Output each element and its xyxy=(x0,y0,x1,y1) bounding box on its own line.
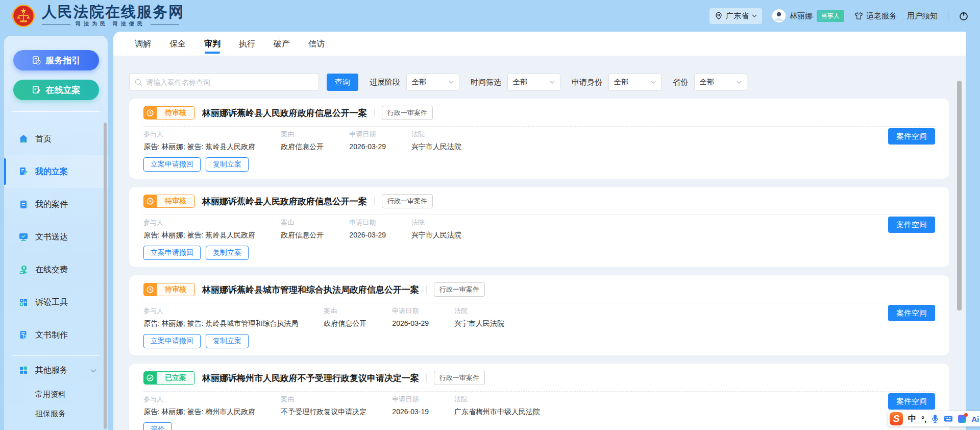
case-type-tag: 行政一审案件 xyxy=(382,194,433,208)
case-type-tag: 行政一审案件 xyxy=(434,282,485,297)
withdraw-filing-button[interactable]: 立案申请撤回 xyxy=(143,157,201,172)
case-space-button[interactable]: 案件空间 xyxy=(888,393,935,410)
filter-identity: 申请身份 全部 xyxy=(572,74,662,91)
sidebar-subitem-guarantee-service[interactable]: 担保服务 xyxy=(4,404,108,423)
progress-stage-select[interactable]: 全部 xyxy=(406,74,459,91)
copy-filing-button[interactable]: 复制立案 xyxy=(206,334,249,348)
case-card: 已立案 林丽娜诉梅州市人民政府不予受理行政复议申请决定一案 行政一审案件 参与人… xyxy=(129,364,949,430)
chevron-down-icon xyxy=(737,81,742,84)
search-input[interactable] xyxy=(146,78,313,86)
participants-label: 参与人 xyxy=(143,218,255,227)
copy-filing-button[interactable]: 复制立案 xyxy=(206,246,249,260)
sidebar-item-online-payment[interactable]: 在线交费 xyxy=(4,253,108,286)
filter-province: 省份 全部 xyxy=(673,74,747,91)
logout-power-icon[interactable] xyxy=(959,11,969,21)
tab-preservation[interactable]: 保全 xyxy=(160,32,195,56)
filed-check-icon xyxy=(143,371,157,385)
case-space-button[interactable]: 案件空间 xyxy=(888,128,935,145)
participants-value: 原告: 林丽娜; 被告: 蕉岭县人民政府 xyxy=(143,142,255,152)
case-title: 林丽娜诉蕉岭县城市管理和综合执法局政府信息公开一案 xyxy=(202,284,419,296)
keyboard-icon[interactable] xyxy=(944,414,953,423)
microphone-icon[interactable] xyxy=(932,414,939,423)
ime-punctuation-toggle[interactable]: °, xyxy=(921,415,926,423)
tab-mediation[interactable]: 调解 xyxy=(126,32,160,56)
apply-date-label: 申请日期 xyxy=(349,130,386,139)
sidebar-scrollbar[interactable] xyxy=(104,123,107,429)
divider xyxy=(426,374,427,382)
case-card: 待审核 林丽娜诉蕉岭县人民政府政府信息公开一案 行政一审案件 参与人原告: 林丽… xyxy=(129,187,949,267)
calculator-icon xyxy=(18,297,29,307)
user-info[interactable]: 林丽娜 当事人 xyxy=(772,9,844,22)
participants-label: 参与人 xyxy=(143,395,255,404)
location-selector[interactable]: 广东省 xyxy=(709,8,762,24)
case-type-tag: 行政一审案件 xyxy=(434,371,485,385)
identity-select[interactable]: 全部 xyxy=(608,74,662,91)
card-divider xyxy=(143,303,935,303)
ai-assistant-icon[interactable]: Ai xyxy=(971,415,979,423)
chevron-down-icon xyxy=(90,366,96,375)
main-scrollbar[interactable] xyxy=(957,81,962,310)
service-guide-button[interactable]: 服务指引 xyxy=(13,50,99,70)
sidebar-item-litigation-tools[interactable]: 诉讼工具 xyxy=(4,286,108,319)
card-divider xyxy=(143,214,935,215)
shirt-icon xyxy=(854,12,863,20)
elder-service-link[interactable]: 适老服务 xyxy=(854,11,897,21)
province-select[interactable]: 全部 xyxy=(694,74,747,91)
copy-filing-button[interactable]: 复制立案 xyxy=(206,157,249,172)
chevron-down-icon xyxy=(651,81,656,84)
court-value: 兴宁市人民法院 xyxy=(411,231,461,240)
skin-palette-icon[interactable] xyxy=(958,415,966,423)
status-badge: 已立案 xyxy=(143,371,195,385)
case-title: 林丽娜诉蕉岭县人民政府政府信息公开一案 xyxy=(202,196,367,207)
court-label: 法院 xyxy=(454,395,540,404)
subtitle-line xyxy=(151,24,179,25)
site-title: 人民法院在线服务网 xyxy=(42,4,184,19)
chevron-down-icon xyxy=(550,81,555,84)
sidebar-item-other-services[interactable]: 其他服务 xyxy=(4,356,108,385)
filter-row: 查询 进展阶段 全部 时间筛选 全部 申请身份 全部 省份 全部 xyxy=(129,74,950,91)
court-emblem-logo xyxy=(11,4,36,28)
case-list: 待审核 林丽娜诉蕉岭县人民政府政府信息公开一案 行政一审案件 参与人原告: 林丽… xyxy=(113,91,966,430)
status-badge: 待审核 xyxy=(143,195,195,208)
ime-toolbar: S 中 °, Ai xyxy=(888,411,980,426)
apply-date-label: 申请日期 xyxy=(349,218,386,227)
user-name: 林丽娜 xyxy=(790,11,813,21)
pending-clock-icon xyxy=(143,195,157,208)
apply-date-value: 2026-03-19 xyxy=(392,408,429,416)
monitor-check-icon xyxy=(18,232,29,242)
participants-label: 参与人 xyxy=(143,130,255,139)
user-role-badge: 当事人 xyxy=(817,10,844,22)
participants-value: 原告: 林丽娜; 被告: 蕉岭县城市管理和综合执法局 xyxy=(143,319,298,328)
sidebar-item-doc-delivery[interactable]: 文书送达 xyxy=(4,221,108,253)
sidebar-item-doc-creation[interactable]: 文书制作 xyxy=(4,319,108,351)
tab-trial[interactable]: 审判 xyxy=(195,32,230,56)
online-filing-button[interactable]: 在线立案 xyxy=(13,80,99,100)
tab-bankruptcy[interactable]: 破产 xyxy=(264,32,299,56)
search-icon xyxy=(135,79,142,86)
cause-value: 政府信息公开 xyxy=(324,319,366,328)
time-filter-select[interactable]: 全部 xyxy=(507,74,560,91)
user-notice-link[interactable]: 用户须知 xyxy=(907,11,938,21)
sidebar-item-my-filing[interactable]: 我的立案 xyxy=(4,155,108,188)
cause-value: 政府信息公开 xyxy=(281,142,324,152)
withdraw-filing-button[interactable]: 立案申请撤回 xyxy=(143,334,201,348)
withdraw-filing-button[interactable]: 立案申请撤回 xyxy=(143,246,201,260)
top-header: 人民法院在线服务网 司法为民 司法便民 广东省 xyxy=(0,0,980,32)
chevron-down-icon xyxy=(449,81,454,84)
sidebar-item-home[interactable]: 首页 xyxy=(4,123,108,155)
court-label: 法院 xyxy=(411,130,461,139)
tab-petition[interactable]: 信访 xyxy=(299,32,334,56)
sidebar-subitem-common-materials[interactable]: 常用资料 xyxy=(4,385,108,404)
divider xyxy=(948,11,948,20)
guide-doc-compass-icon xyxy=(32,56,41,65)
search-button[interactable]: 查询 xyxy=(327,74,358,91)
case-space-button[interactable]: 案件空间 xyxy=(888,305,935,321)
status-label: 已立案 xyxy=(157,371,195,385)
sidebar-item-my-cases[interactable]: 我的案件 xyxy=(4,188,108,221)
sogou-logo-icon[interactable]: S xyxy=(890,412,903,425)
search-box xyxy=(129,74,319,91)
evaluate-button[interactable]: 评价 xyxy=(143,422,172,430)
ime-language-toggle[interactable]: 中 xyxy=(908,414,916,424)
tab-enforcement[interactable]: 执行 xyxy=(230,32,264,56)
case-space-button[interactable]: 案件空间 xyxy=(888,217,935,233)
